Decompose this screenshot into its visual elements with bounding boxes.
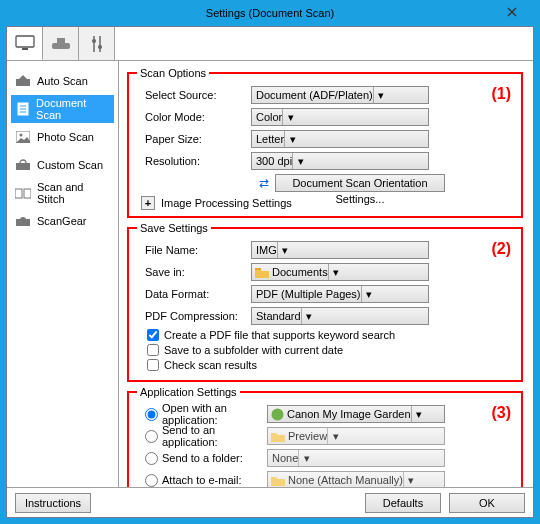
file-name-label: File Name: xyxy=(137,244,251,256)
subfolder-check[interactable]: Save to a subfolder with current date xyxy=(147,344,513,356)
chevron-down-icon: ▾ xyxy=(361,286,377,302)
save-settings-legend: Save Settings xyxy=(137,222,211,234)
plus-icon: + xyxy=(141,196,155,210)
chevron-down-icon: ▾ xyxy=(282,109,298,125)
sidebar-item-label: Scan and Stitch xyxy=(37,181,110,205)
resolution-label: Resolution: xyxy=(137,155,251,167)
sidebar-item-document-scan[interactable]: Document Scan xyxy=(11,95,114,123)
check-results-checkbox[interactable] xyxy=(147,359,159,371)
tab-from-scanner[interactable] xyxy=(43,27,79,60)
data-format-dropdown[interactable]: PDF (Multiple Pages)▾ xyxy=(251,285,429,303)
send-app-dropdown[interactable]: Preview▾ xyxy=(267,427,445,445)
app-icon xyxy=(271,408,284,421)
attach-email-dropdown[interactable]: None (Attach Manually)▾ xyxy=(267,471,445,487)
orientation-settings-button[interactable]: Document Scan Orientation Settings... xyxy=(275,174,445,192)
svg-rect-18 xyxy=(24,189,31,198)
section-2-badge: (2) xyxy=(491,240,511,258)
check-results-check[interactable]: Check scan results xyxy=(147,359,513,371)
stitch-icon xyxy=(15,186,31,200)
main-panel: Scan Options (1) Select Source: Document… xyxy=(119,61,533,487)
app-settings-legend: Application Settings xyxy=(137,386,240,398)
chevron-down-icon: ▾ xyxy=(327,428,343,444)
svg-rect-17 xyxy=(15,189,22,198)
chevron-down-icon: ▾ xyxy=(328,264,344,280)
attach-email-radio[interactable]: Attach to e-mail: xyxy=(137,474,267,487)
data-format-label: Data Format: xyxy=(137,288,251,300)
color-mode-dropdown[interactable]: Color▾ xyxy=(251,108,429,126)
section-3-badge: (3) xyxy=(491,404,511,422)
svg-point-5 xyxy=(92,39,96,43)
send-app-radio[interactable]: Send to an application: xyxy=(137,424,267,448)
save-settings-section: Save Settings (2) File Name: IMG▾ Save i… xyxy=(127,222,523,382)
sidebar-item-label: ScanGear xyxy=(37,215,87,227)
svg-rect-3 xyxy=(57,38,65,43)
chevron-down-icon: ▾ xyxy=(292,153,308,169)
chevron-down-icon: ▾ xyxy=(298,450,314,466)
chevron-down-icon: ▾ xyxy=(284,131,300,147)
sliders-icon xyxy=(90,35,104,53)
custom-icon xyxy=(15,158,31,172)
sidebar-item-custom-scan[interactable]: Custom Scan xyxy=(11,151,114,179)
footer: Instructions Defaults OK xyxy=(7,487,533,517)
defaults-button[interactable]: Defaults xyxy=(365,493,441,513)
open-app-radio[interactable]: Open with an application: xyxy=(137,402,267,426)
window-title: Settings (Document Scan) xyxy=(206,7,334,19)
file-name-combo[interactable]: IMG▾ xyxy=(251,241,429,259)
close-icon xyxy=(507,7,517,17)
send-folder-radio[interactable]: Send to a folder: xyxy=(137,452,267,465)
save-in-dropdown[interactable]: Documents▾ xyxy=(251,263,429,281)
auto-icon xyxy=(15,74,31,88)
chevron-down-icon: ▾ xyxy=(277,242,293,258)
app-settings-section: Application Settings (3) Open with an ap… xyxy=(127,386,523,487)
chevron-down-icon: ▾ xyxy=(403,472,419,487)
send-folder-dropdown[interactable]: None▾ xyxy=(267,449,445,467)
svg-point-7 xyxy=(98,45,102,49)
paper-size-label: Paper Size: xyxy=(137,133,251,145)
section-1-badge: (1) xyxy=(491,85,511,103)
chevron-down-icon: ▾ xyxy=(301,308,317,324)
open-app-dropdown[interactable]: Canon My Image Garden▾ xyxy=(267,405,445,423)
sidebar-item-auto-scan[interactable]: Auto Scan xyxy=(11,67,114,95)
sidebar-item-label: Photo Scan xyxy=(37,131,94,143)
folder-icon xyxy=(271,474,285,486)
sidebar-item-scan-stitch[interactable]: Scan and Stitch xyxy=(11,179,114,207)
photo-icon xyxy=(15,130,31,144)
pdf-compression-dropdown[interactable]: Standard▾ xyxy=(251,307,429,325)
pdf-compression-label: PDF Compression: xyxy=(137,310,251,322)
swap-icon[interactable]: ⇄ xyxy=(259,176,269,190)
svg-rect-21 xyxy=(255,268,261,270)
resolution-dropdown[interactable]: 300 dpi▾ xyxy=(251,152,429,170)
ok-button[interactable]: OK xyxy=(449,493,525,513)
svg-point-14 xyxy=(20,134,23,137)
chevron-down-icon: ▾ xyxy=(373,87,389,103)
sidebar-item-label: Document Scan xyxy=(36,97,110,121)
color-mode-label: Color Mode: xyxy=(137,111,251,123)
sidebar-item-scangear[interactable]: ScanGear xyxy=(11,207,114,235)
folder-icon xyxy=(271,430,285,442)
sidebar-item-photo-scan[interactable]: Photo Scan xyxy=(11,123,114,151)
image-processing-label: Image Processing Settings xyxy=(161,197,292,209)
chevron-down-icon: ▾ xyxy=(411,406,427,422)
image-processing-expand[interactable]: + Image Processing Settings xyxy=(141,196,513,210)
svg-point-20 xyxy=(20,217,26,223)
window-body: Auto Scan Document Scan Photo Scan Custo… xyxy=(6,26,534,518)
document-icon xyxy=(15,102,30,116)
keyword-search-check[interactable]: Create a PDF file that supports keyword … xyxy=(147,329,513,341)
tab-from-computer[interactable] xyxy=(7,27,43,60)
top-tabbar xyxy=(7,27,533,61)
svg-point-22 xyxy=(272,408,284,420)
instructions-button[interactable]: Instructions xyxy=(15,493,91,513)
save-in-label: Save in: xyxy=(137,266,251,278)
select-source-label: Select Source: xyxy=(137,89,251,101)
subfolder-checkbox[interactable] xyxy=(147,344,159,356)
tab-preferences[interactable] xyxy=(79,27,115,60)
svg-rect-8 xyxy=(16,79,30,86)
select-source-dropdown[interactable]: Document (ADF/Platen)▾ xyxy=(251,86,429,104)
paper-size-dropdown[interactable]: Letter▾ xyxy=(251,130,429,148)
close-button[interactable] xyxy=(494,3,530,21)
scanner-icon xyxy=(51,37,71,51)
folder-icon xyxy=(255,266,269,278)
svg-rect-1 xyxy=(22,48,28,50)
svg-rect-2 xyxy=(52,43,70,49)
keyword-search-checkbox[interactable] xyxy=(147,329,159,341)
